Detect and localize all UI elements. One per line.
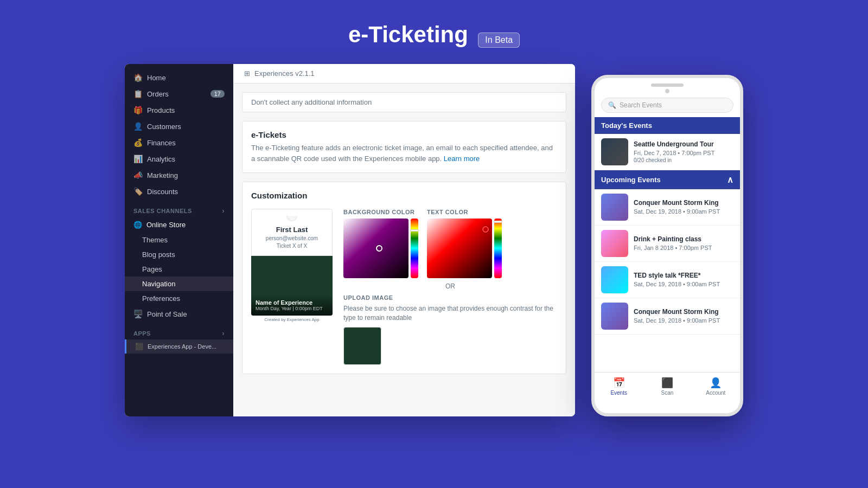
ticket-top: First Last person@website.com Ticket X o… — [251, 209, 333, 256]
sidebar-nav: 🏠 Home 📋 Orders 17 🎁 Products 👤 Customer… — [125, 64, 233, 359]
sales-channels-header: Sales channels › — [125, 200, 233, 217]
content-body: Don't collect any additional information… — [233, 84, 575, 383]
phone-nav-events[interactable]: 📅 Events — [595, 373, 643, 400]
sidebar-item-label: Orders — [147, 90, 169, 98]
upcoming-events-header: Upcoming Events ∧ — [595, 170, 740, 189]
home-icon: 🏠 — [133, 73, 143, 82]
ticket-bottom: Name of Experience Month Day, Year | 0:0… — [251, 256, 333, 316]
sidebar-sub-blog[interactable]: Blog posts — [125, 247, 233, 262]
etickets-title: e-Tickets — [251, 130, 557, 139]
event-thumb — [601, 230, 628, 257]
sidebar-sub-themes[interactable]: Themes — [125, 233, 233, 247]
chevron-up-icon[interactable]: ∧ — [727, 175, 733, 185]
event-thumb — [601, 138, 628, 165]
event-date: Sat, Dec 19, 2018 • 9:00am PST — [634, 317, 733, 324]
sidebar-sub-pages[interactable]: Pages — [125, 262, 233, 277]
search-placeholder: Search Events — [620, 101, 662, 109]
etickets-section: e-Tickets The e-Ticketing feature adds a… — [242, 121, 566, 173]
sidebar-item-discounts[interactable]: 🏷️ Discounts — [125, 183, 233, 200]
text-color-picker[interactable] — [427, 219, 502, 278]
event-info: Drink + Painting class Fri, Jan 8 2018 •… — [634, 235, 733, 252]
upload-section: UPLOAD IMAGE Please be sure to choose an… — [343, 294, 557, 365]
phone-event-item[interactable]: Seattle Underground Tour Fri, Dec 7, 201… — [595, 134, 740, 170]
products-icon: 🎁 — [133, 106, 143, 114]
ticket-event-name: Name of Experience — [256, 299, 328, 306]
chevron-right-icon: › — [222, 207, 225, 215]
ticket-footer: Created by Experiences App — [251, 317, 333, 322]
event-info: TED style talk *FREE* Sat, Dec 19, 2018 … — [634, 272, 733, 288]
content-header: ⊞ Experiences v2.1.1 — [233, 64, 575, 84]
customization-section: Customization First Last person@website.… — [242, 182, 566, 374]
event-date: Fri, Dec 7, 2018 • 7:00pm PST — [634, 150, 733, 156]
phone-event-item[interactable]: Conquer Mount Storm King Sat, Dec 19, 20… — [595, 298, 740, 335]
sidebar-item-orders[interactable]: 📋 Orders 17 — [125, 86, 233, 102]
event-date: Sat, Dec 19, 2018 • 9:00am PST — [634, 281, 733, 287]
learn-more-link[interactable]: Learn more — [444, 155, 480, 163]
sidebar-item-marketing[interactable]: 📣 Marketing — [125, 167, 233, 183]
text-color-dot — [482, 226, 489, 233]
event-status: 0/20 checked in — [634, 157, 733, 163]
sidebar-item-experiences[interactable]: ⬛ Experiences App - Deve... — [125, 339, 233, 354]
main-area: 🏠 Home 📋 Orders 17 🎁 Products 👤 Customer… — [0, 64, 868, 416]
main-content: ⊞ Experiences v2.1.1 Don't collect any a… — [233, 64, 575, 416]
pos-icon: 🖥️ — [133, 310, 143, 318]
sidebar-item-pos[interactable]: 🖥️ Point of Sale — [125, 306, 233, 322]
phone-nav-scan[interactable]: ⬛ Scan — [643, 373, 691, 400]
event-title: Seattle Underground Tour — [634, 140, 733, 148]
bg-color-strip[interactable] — [411, 219, 418, 278]
sidebar-item-online-store[interactable]: 🌐 Online Store — [125, 217, 233, 233]
sidebar-item-label: Discounts — [147, 188, 178, 196]
ticket-preview: First Last person@website.com Ticket X o… — [251, 209, 333, 322]
upload-label: UPLOAD IMAGE — [343, 294, 557, 301]
bg-color-dot — [376, 245, 382, 252]
event-date: Fri, Jan 8 2018 • 7:00pm PST — [634, 245, 733, 251]
apps-section-header: Apps › — [125, 322, 233, 339]
text-color-strip[interactable] — [494, 219, 502, 278]
phone-event-item[interactable]: TED style talk *FREE* Sat, Dec 19, 2018 … — [595, 262, 740, 298]
phone-event-item[interactable]: Conquer Mount Storm King Sat, Dec 19, 20… — [595, 189, 740, 226]
color-pickers: BACKGROUND COLOR — [343, 209, 557, 278]
admin-window: 🏠 Home 📋 Orders 17 🎁 Products 👤 Customer… — [125, 64, 575, 416]
bg-color-picker[interactable] — [343, 219, 418, 278]
upload-desc: Please be sure to choose an image that p… — [343, 304, 557, 323]
event-thumb — [601, 194, 628, 221]
or-divider: OR — [343, 282, 557, 290]
qr-icon: ⬛ — [643, 377, 691, 389]
text-color-label: TEXT COLOR — [427, 209, 502, 215]
ticket-event-date: Month Day, Year | 0:00pm EDT — [256, 306, 328, 311]
phone-nav-account[interactable]: 👤 Account — [692, 373, 740, 400]
customization-title: Customization — [251, 191, 557, 200]
page-header: e-Ticketing In Beta — [0, 0, 868, 59]
upload-thumb[interactable] — [343, 327, 381, 365]
bg-gradient-picker[interactable] — [343, 219, 409, 278]
phone-search-bar[interactable]: 🔍 Search Events — [601, 98, 733, 113]
search-icon: 🔍 — [608, 101, 616, 109]
event-info: Conquer Mount Storm King Sat, Dec 19, 20… — [634, 199, 733, 216]
breadcrumb: Experiences v2.1.1 — [254, 69, 315, 78]
text-strip-dot — [494, 221, 502, 223]
marketing-icon: 📣 — [133, 171, 143, 179]
event-date: Sat, Dec 19, 2018 • 9:00am PST — [634, 208, 733, 215]
event-title: TED style talk *FREE* — [634, 272, 733, 279]
sidebar-item-analytics[interactable]: 📊 Analytics — [125, 151, 233, 167]
sidebar-item-label: Home — [147, 74, 166, 82]
sidebar: 🏠 Home 📋 Orders 17 🎁 Products 👤 Customer… — [125, 64, 233, 416]
event-thumb — [601, 266, 628, 293]
chevron-right-icon: › — [222, 330, 225, 337]
sidebar-item-customers[interactable]: 👤 Customers — [125, 118, 233, 134]
customers-icon: 👤 — [133, 122, 143, 131]
sidebar-item-home[interactable]: 🏠 Home — [125, 69, 233, 86]
calendar-icon: 📅 — [595, 377, 643, 389]
event-title: Drink + Painting class — [634, 235, 733, 243]
sidebar-item-finances[interactable]: 💰 Finances — [125, 134, 233, 151]
orders-badge: 17 — [210, 90, 225, 98]
sidebar-item-label: Analytics — [147, 155, 175, 163]
sidebar-item-label: Customers — [147, 123, 181, 131]
account-icon: 👤 — [692, 377, 740, 389]
sidebar-sub-navigation[interactable]: Navigation — [125, 277, 233, 291]
text-gradient-picker[interactable] — [427, 219, 492, 278]
sidebar-sub-preferences[interactable]: Preferences — [125, 291, 233, 306]
phone-event-item[interactable]: Drink + Painting class Fri, Jan 8 2018 •… — [595, 226, 740, 262]
sidebar-item-products[interactable]: 🎁 Products — [125, 102, 233, 118]
event-info: Conquer Mount Storm King Sat, Dec 19, 20… — [634, 308, 733, 325]
